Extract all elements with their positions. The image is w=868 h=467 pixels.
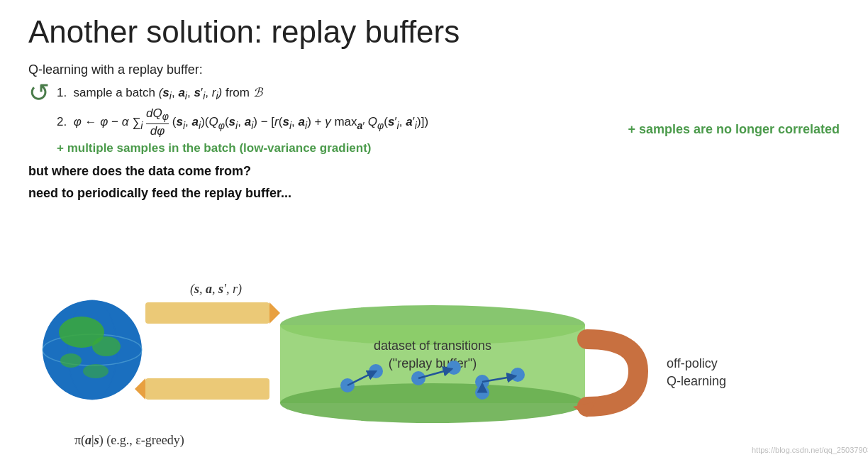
earth-globe: [43, 300, 142, 400]
watermark-text: https://blog.csdn.net/qq_25037903: [752, 446, 868, 454]
buffer-bottom-ellipse: [280, 383, 585, 423]
transition-label: (s, a, s′, r): [190, 282, 242, 297]
dot6: [511, 368, 525, 382]
bold-text-1: but where does the data come from?: [28, 164, 840, 179]
step2: 2. φ ← φ − α ∑i dQφ dφ (si, ai)(Qφ(si, a…: [57, 107, 428, 138]
svg-point-5: [83, 364, 108, 378]
steps-list: 1. sample a batch (si, ai, s′i, ri) from…: [57, 83, 428, 138]
page: Another solution: replay buffers Q-learn…: [0, 0, 868, 467]
refresh-arrow-icon: ↺: [28, 80, 50, 106]
policy-label: π(a|s) (e.g., ε-greedy): [74, 433, 184, 448]
svg-point-4: [60, 353, 82, 368]
top-arrowhead: [269, 302, 280, 324]
diagram-svg: (s, a, s′, r) dataset of transitions: [0, 268, 868, 460]
offpolicy-label2: Q-learning: [667, 374, 726, 388]
top-arrow-body: [145, 302, 269, 324]
diagram-area: (s, a, s′, r) dataset of transitions: [0, 268, 868, 460]
offpolicy-label1: off-policy: [667, 356, 718, 370]
page-title: Another solution: replay buffers: [28, 14, 840, 50]
svg-point-3: [92, 336, 121, 356]
intro-text: Q-learning with a replay buffer:: [28, 62, 840, 77]
step1: 1. sample a batch (si, ai, s′i, ri) from…: [57, 83, 428, 104]
bottom-arrowhead: [135, 378, 145, 400]
green-note-right: + samples are no longer correlated: [628, 122, 840, 137]
right-curve-arrow: [587, 339, 638, 407]
buffer-label-top: dataset of transitions: [374, 339, 491, 353]
bottom-arrow-body: [145, 378, 269, 400]
bold-text-2: need to periodically feed the replay buf…: [28, 186, 840, 201]
buffer-label-bottom: ("replay buffer"): [389, 356, 477, 370]
dot4: [447, 361, 461, 375]
green-note-bottom: + multiple samples in the batch (low-var…: [57, 141, 840, 155]
